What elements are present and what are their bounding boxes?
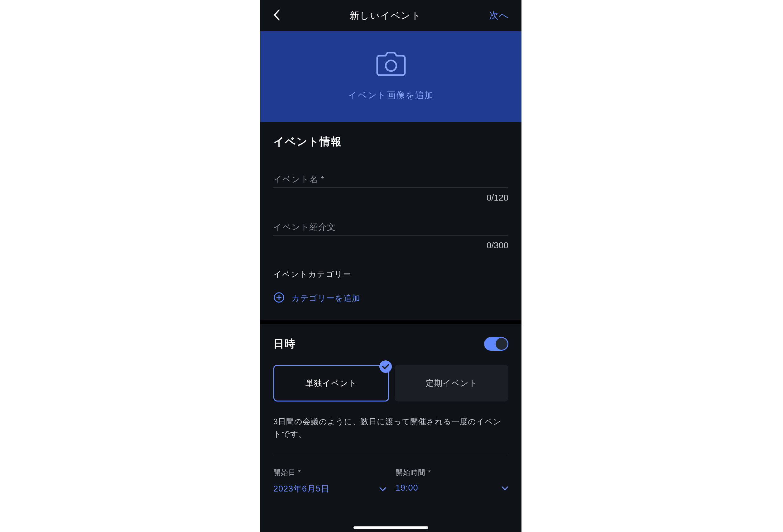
section-divider [260,320,522,324]
back-icon[interactable] [273,9,281,23]
recurring-event-label: 定期イベント [426,378,477,389]
event-name-placeholder: イベント名 * [273,174,508,188]
svg-point-0 [385,60,396,71]
event-type-row: 単独イベント 定期イベント [273,365,508,401]
chevron-down-icon [379,484,386,494]
app-screen: 新しいイベント 次へ イベント画像を追加 イベント情報 イベント名 * 0/12… [260,0,522,532]
event-desc-field[interactable]: イベント紹介文 0/300 [273,222,508,251]
start-time-label: 開始時間 * [396,468,508,477]
plus-circle-icon [273,292,285,304]
start-date-value: 2023年6月5日 [273,483,330,494]
camera-icon [376,52,406,78]
chevron-down-icon [502,483,508,493]
start-time-value: 19:00 [396,483,418,493]
field-underline [273,188,508,188]
add-event-image-button[interactable]: イベント画像を追加 [260,31,522,122]
next-button[interactable]: 次へ [489,9,509,22]
event-name-field[interactable]: イベント名 * 0/120 [273,174,508,203]
event-type-description: 3日間の会議のように、数日に渡って開催される一度のイベントです。 [273,415,508,440]
check-icon [379,360,392,373]
recurring-event-option[interactable]: 定期イベント [395,365,508,401]
add-category-button[interactable]: カテゴリーを追加 [273,292,508,304]
datetime-heading: 日時 [273,337,296,351]
event-name-counter: 0/120 [273,193,508,203]
single-event-label: 単独イベント [306,378,357,389]
start-date-field[interactable]: 開始日 * 2023年6月5日 [273,468,386,494]
start-date-label: 開始日 * [273,468,386,477]
add-image-label: イベント画像を追加 [348,89,434,101]
add-category-label: カテゴリーを追加 [291,293,360,304]
start-time-field[interactable]: 開始時間 * 19:00 [396,468,508,494]
event-info-heading: イベント情報 [273,135,508,149]
page-title: 新しいイベント [350,9,421,22]
single-event-option[interactable]: 単独イベント [273,365,389,401]
header-bar: 新しいイベント 次へ [260,0,522,31]
field-underline [273,235,508,235]
datetime-toggle[interactable] [484,337,508,351]
event-category-heading: イベントカテゴリー [273,269,508,279]
event-info-section: イベント情報 イベント名 * 0/120 イベント紹介文 0/300 イベントカ… [260,122,522,320]
datetime-section: 日時 単独イベント 定期イベント 3日間の会議のように、数日に渡って開催される一… [260,324,522,494]
thin-divider [273,454,508,454]
event-desc-counter: 0/300 [273,240,508,251]
start-datetime-row: 開始日 * 2023年6月5日 開始時間 * 19:00 [273,468,508,494]
toggle-knob [496,338,507,350]
event-desc-placeholder: イベント紹介文 [273,222,508,235]
home-indicator[interactable] [353,526,428,529]
